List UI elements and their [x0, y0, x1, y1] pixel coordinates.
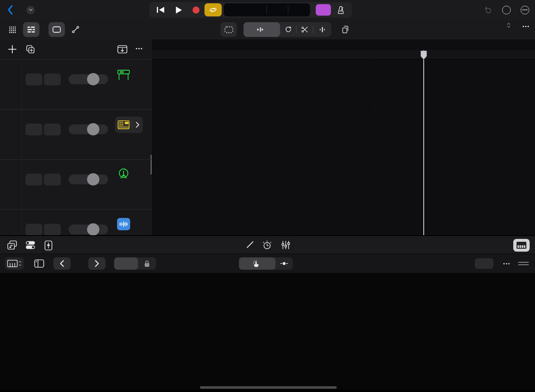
lcd-divider — [288, 6, 288, 14]
keyboard-more-button[interactable] — [499, 257, 513, 270]
sliders-icon — [281, 240, 291, 250]
automation-mode-button[interactable] — [67, 22, 84, 37]
loop-tool-icon — [284, 25, 292, 34]
transport-controls — [149, 2, 352, 18]
volume-slider[interactable] — [69, 124, 108, 134]
volume-slider[interactable] — [69, 74, 108, 84]
undo-button[interactable] — [483, 5, 492, 14]
solo-button[interactable] — [44, 174, 61, 186]
mute-button[interactable] — [25, 73, 42, 85]
play-mode-button[interactable] — [239, 257, 276, 270]
ruler[interactable] — [152, 50, 535, 60]
track-header-more-button[interactable] — [135, 48, 142, 50]
play-mode-group — [239, 257, 293, 270]
paste-button[interactable] — [338, 22, 353, 37]
cycle-button[interactable] — [204, 3, 222, 16]
panel-resize-handle[interactable] — [517, 257, 530, 270]
sidebar-toggle-button[interactable] — [33, 257, 45, 270]
audio-waveform-icon[interactable] — [116, 216, 131, 232]
region-uptown-conveyor-lead[interactable] — [153, 209, 535, 235]
hi-hat-icon[interactable] — [116, 167, 131, 183]
record-button[interactable] — [188, 2, 203, 18]
track-disclosure-button[interactable] — [132, 121, 142, 128]
paste-icon — [341, 25, 349, 34]
fader-button[interactable] — [44, 240, 53, 251]
mute-button[interactable] — [25, 124, 42, 135]
edit-tool-segmented-control — [243, 22, 331, 37]
trim-tool-button[interactable] — [243, 22, 280, 37]
snap-setting[interactable] — [505, 23, 510, 28]
tracks-view-button[interactable] — [23, 22, 39, 37]
more-options-button[interactable] — [521, 6, 529, 14]
fader-icon — [44, 240, 53, 251]
marquee-icon — [224, 26, 234, 34]
top-toolbar — [0, 0, 535, 20]
drum-machine-icon[interactable] — [115, 119, 132, 130]
ellipsis-icon — [522, 25, 529, 28]
mute-button[interactable] — [25, 224, 42, 235]
go-to-beginning-button[interactable] — [152, 2, 169, 18]
bottom-toolbar — [0, 235, 535, 254]
track-header-trap-door[interactable] — [0, 109, 152, 160]
volume-knob[interactable] — [87, 173, 99, 186]
sustain-button[interactable] — [114, 257, 138, 270]
toolbar-more-button[interactable] — [522, 25, 529, 28]
track-header-column — [0, 39, 153, 235]
keyboard-icon — [516, 241, 527, 249]
keyboard-scroll-indicator — [200, 386, 337, 389]
lcd-display[interactable] — [224, 3, 310, 16]
octave-down-button[interactable] — [53, 257, 71, 270]
ellipsis-icon — [135, 48, 142, 50]
ellipsis-icon — [522, 9, 528, 11]
electric-piano-icon[interactable] — [116, 67, 131, 83]
solo-button[interactable] — [44, 73, 61, 85]
join-tool-button[interactable] — [313, 22, 331, 37]
region-trap-door[interactable] — [153, 109, 535, 158]
regions-mode-button[interactable] — [48, 22, 65, 37]
solo-button[interactable] — [44, 124, 61, 135]
back-button[interactable] — [6, 4, 16, 16]
loop-browser-button[interactable] — [7, 240, 18, 250]
scale-button[interactable] — [475, 258, 494, 269]
track-controls-button[interactable] — [25, 240, 36, 250]
volume-slider[interactable] — [69, 225, 108, 234]
timeline-area — [152, 39, 535, 235]
stepper-chevrons-icon — [507, 23, 510, 28]
import-button[interactable] — [117, 45, 128, 54]
play-button[interactable] — [170, 2, 187, 18]
split-tool-button[interactable] — [296, 22, 313, 37]
loop-tool-button[interactable] — [280, 22, 296, 37]
duplicate-track-button[interactable] — [25, 44, 35, 54]
region-smooth-hi-hat[interactable] — [153, 159, 535, 208]
keyboard-picker-icon — [7, 259, 22, 268]
add-track-button[interactable] — [8, 45, 17, 54]
cycle-range-bar[interactable] — [152, 39, 535, 50]
pencil-tool-button[interactable] — [246, 240, 255, 249]
mute-button[interactable] — [25, 174, 42, 186]
volume-knob[interactable] — [87, 223, 99, 235]
edit-toolbar — [0, 20, 535, 40]
mixer-button[interactable] — [281, 240, 291, 250]
track-header-atmosphere[interactable] — [0, 209, 152, 235]
volume-knob[interactable] — [87, 123, 99, 135]
octave-up-button[interactable] — [88, 257, 106, 270]
help-button[interactable] — [502, 6, 511, 14]
chevron-down-icon[interactable] — [26, 6, 35, 14]
region-dreamy-piano[interactable] — [153, 59, 535, 108]
velocity-mode-button[interactable] — [276, 257, 293, 270]
metronome-button[interactable] — [334, 4, 348, 16]
playhead-line — [423, 50, 424, 235]
keyboard-panel-toggle[interactable] — [513, 239, 530, 252]
volume-knob[interactable] — [87, 73, 99, 85]
marquee-select-button[interactable] — [220, 22, 237, 37]
tempo-settings-button[interactable] — [262, 240, 272, 250]
volume-slider[interactable] — [69, 174, 108, 184]
count-in-button[interactable] — [316, 4, 331, 16]
solo-button[interactable] — [44, 224, 61, 235]
grid-view-button[interactable] — [4, 22, 21, 37]
track-header-smooth-hi-hat[interactable] — [0, 159, 152, 210]
keyboard-type-picker[interactable] — [5, 257, 24, 270]
bottom-edge — [0, 390, 535, 392]
track-header-dreamy-piano[interactable] — [0, 59, 152, 110]
sustain-lock-button[interactable] — [138, 257, 156, 270]
